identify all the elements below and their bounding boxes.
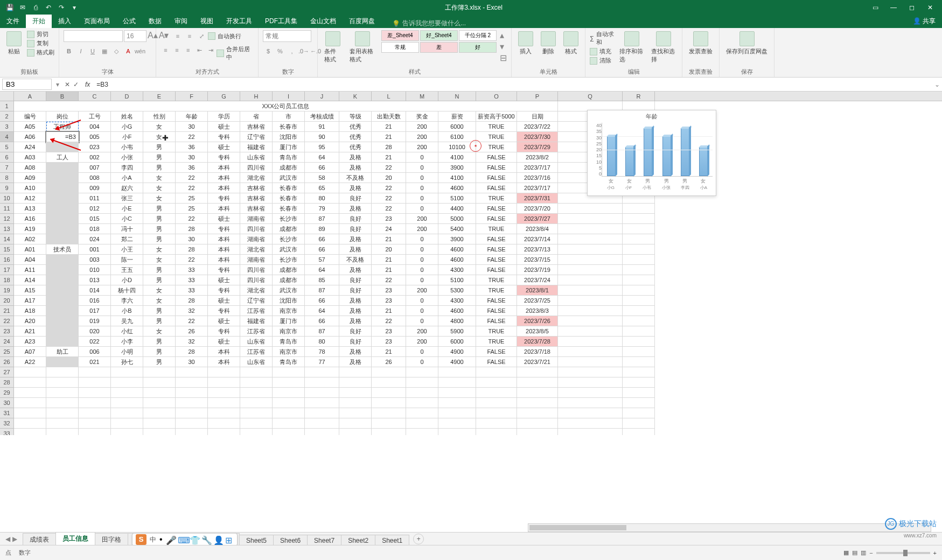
cell[interactable]: 郑二 [111,234,143,244]
cell[interactable] [46,316,79,326]
cell[interactable]: 及格 [339,265,372,275]
cell[interactable] [79,398,111,408]
cell[interactable]: 20 [372,173,406,183]
cell[interactable]: 0 [406,296,438,306]
column-header[interactable]: A [14,92,46,101]
cell[interactable]: 及格 [339,234,372,244]
cell[interactable]: A09 [14,173,46,183]
cell[interactable]: 本科 [208,357,240,367]
cell[interactable] [623,214,655,224]
cell[interactable]: 湖南省 [240,255,273,265]
row-header[interactable]: 25 [0,347,14,357]
column-header[interactable]: J [305,92,339,101]
cell[interactable] [79,408,111,418]
cell[interactable]: 本科 [208,234,240,244]
cell[interactable] [176,429,208,435]
cell[interactable]: 57 [305,255,339,265]
tab-文件[interactable]: 文件 [0,15,26,28]
cell[interactable] [558,377,623,388]
cell[interactable] [406,398,438,408]
cell[interactable]: 良好 [339,326,372,337]
cell[interactable] [438,429,476,435]
sheet-tab[interactable]: 员工信息 [55,532,95,546]
cell[interactable]: 青岛市 [273,357,305,367]
column-header[interactable]: F [176,92,208,101]
cell[interactable]: 四川省 [240,163,273,173]
cell[interactable] [46,408,79,418]
indent-inc-icon[interactable]: ⇥ [206,45,216,55]
cell[interactable]: FALSE [476,173,517,183]
chart-bar[interactable] [662,136,671,176]
cell[interactable]: FALSE [476,163,517,173]
cell[interactable]: 市 [273,111,305,122]
cell[interactable]: 017 [79,306,111,316]
cell[interactable]: 009 [79,183,111,193]
cell[interactable]: 女 [143,326,176,337]
cell[interactable] [111,408,143,418]
cell[interactable]: 80 [305,337,339,347]
cell[interactable]: 0 [406,193,438,204]
chart-bar[interactable] [644,128,652,176]
row-header[interactable]: 28 [0,377,14,388]
save-icon[interactable]: 💾 [4,2,15,13]
cell[interactable]: A07 [14,347,46,357]
percent-icon[interactable]: % [275,46,285,56]
column-header[interactable]: C [79,92,111,101]
cell[interactable] [517,398,558,408]
cell[interactable] [79,418,111,429]
cell[interactable]: 吴九 [111,316,143,326]
cell[interactable]: 性别 [143,111,176,122]
cell[interactable] [111,388,143,398]
cell[interactable]: 成都市 [273,224,305,234]
tab-视图[interactable]: 视图 [194,15,220,28]
cell[interactable] [208,367,240,377]
cell[interactable]: 辽宁省 [240,296,273,306]
cell[interactable]: 0 [406,234,438,244]
sheet-tab[interactable]: Sheet7 [307,535,341,546]
cell[interactable]: 019 [79,316,111,326]
row-header[interactable]: 23 [0,326,14,337]
view-normal-icon[interactable]: ▦ [843,549,849,556]
cell[interactable]: 2023/7/28 [517,337,558,347]
conditional-format-button[interactable]: 条件格式 [322,30,344,65]
tab-金山文档[interactable]: 金山文档 [304,15,343,28]
cell[interactable]: 长沙市 [273,214,305,224]
cell[interactable]: 5300 [438,285,476,296]
cell[interactable]: 湖南省 [240,234,273,244]
cell[interactable]: 及格 [339,204,372,214]
cell[interactable]: 女 [143,173,176,183]
tab-页面布局[interactable]: 页面布局 [78,15,116,28]
cell[interactable] [46,367,79,377]
cell[interactable] [14,418,46,429]
cell[interactable] [623,255,655,265]
align-middle-icon[interactable]: ≡ [172,31,183,41]
cell[interactable]: 青岛市 [273,337,305,347]
cell[interactable]: 小F [111,132,143,142]
cell[interactable]: 22 [372,163,406,173]
number-format-select[interactable] [263,30,311,42]
cell[interactable] [558,418,623,429]
cell[interactable] [208,408,240,418]
cell[interactable] [46,224,79,234]
cell[interactable]: 020 [79,326,111,337]
cell[interactable] [339,377,372,388]
cell[interactable]: 005 [79,132,111,142]
cell[interactable]: 吉林省 [240,204,273,214]
cell[interactable]: 长沙市 [273,234,305,244]
cell[interactable]: 薪资高于5000 [476,111,517,122]
cell[interactable]: 硕士 [208,142,240,152]
cell[interactable]: 良好 [339,337,372,347]
style-preset[interactable]: 差 [420,42,458,53]
cell[interactable]: 4300 [438,265,476,275]
chart-bar[interactable] [607,136,616,176]
cell[interactable]: 66 [305,163,339,173]
cell[interactable] [14,388,46,398]
cell[interactable] [208,377,240,388]
cell[interactable]: 等级 [339,111,372,122]
sheet-tab[interactable]: Sheet2 [341,535,375,546]
cell[interactable]: 良好 [339,275,372,285]
row-header[interactable]: 17 [0,265,14,275]
cell[interactable] [46,357,79,367]
cell[interactable]: 95 [305,142,339,152]
cell[interactable]: 2023/7/17 [517,163,558,173]
